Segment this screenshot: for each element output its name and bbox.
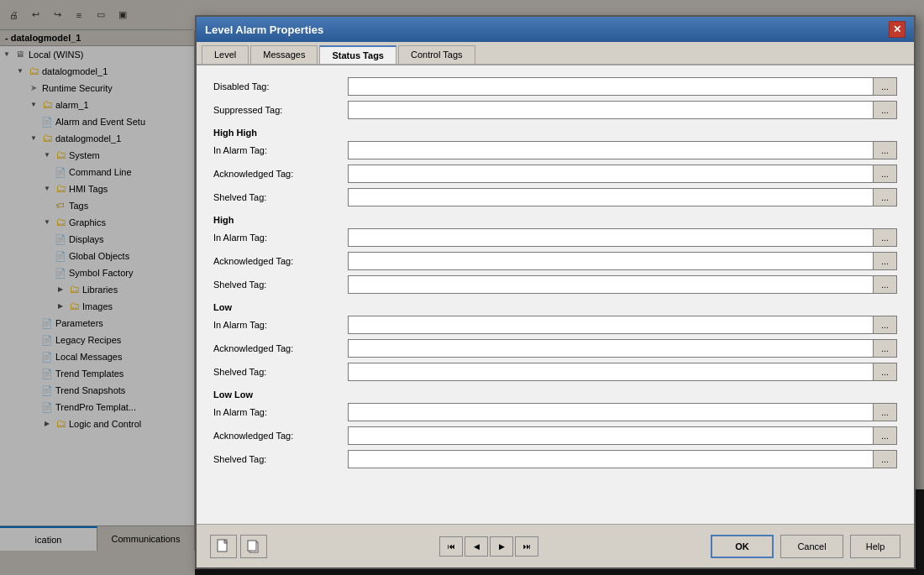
ll-ack-label: Acknowledged Tag: [213,431,348,441]
svg-rect-2 [248,541,256,551]
low-section: Low In Alarm Tag: ... Acknowledged Tag: … [213,302,897,381]
h-ack-label: Acknowledged Tag: [213,256,348,266]
footer-right: OK Cancel Help [711,535,900,558]
ll-in-alarm-row: In Alarm Tag: ... [213,403,897,421]
h-in-alarm-row: In Alarm Tag: ... [213,228,897,247]
hh-in-alarm-input[interactable] [348,141,874,159]
hh-ack-label: Acknowledged Tag: [213,169,348,179]
footer-left [210,535,267,558]
l-in-alarm-row: In Alarm Tag: ... [213,316,897,334]
hh-ack-row: Acknowledged Tag: ... [213,165,897,183]
ll-in-alarm-input[interactable] [348,403,874,421]
ll-shelved-input[interactable] [348,450,874,468]
ll-ack-input[interactable] [348,426,874,445]
l-in-alarm-label: In Alarm Tag: [213,320,348,330]
ll-in-alarm-browse[interactable]: ... [874,403,897,421]
disabled-tag-input[interactable] [348,77,874,96]
l-ack-label: Acknowledged Tag: [213,343,348,353]
l-shelved-row: Shelved Tag: ... [213,363,897,381]
ll-shelved-label: Shelved Tag: [213,454,348,464]
tab-control-tags-label: Control Tags [411,50,463,60]
high-high-header: High High [213,128,897,138]
ll-in-alarm-label: In Alarm Tag: [213,407,348,417]
hh-in-alarm-label: In Alarm Tag: [213,145,348,155]
h-shelved-row: Shelved Tag: ... [213,275,897,294]
high-header: High [213,215,897,225]
hh-shelved-row: Shelved Tag: ... [213,188,897,206]
low-low-header: Low Low [213,389,897,400]
tab-status-tags[interactable]: Status Tags [319,45,396,64]
nav-next-button[interactable]: ▶ [490,536,513,557]
cancel-button[interactable]: Cancel [780,535,843,558]
suppressed-tag-input[interactable] [348,101,874,119]
disabled-tag-row: Disabled Tag: ... [213,77,897,96]
hh-ack-input[interactable] [348,165,874,183]
low-low-section: Low Low In Alarm Tag: ... Acknowledged T… [213,389,897,468]
ll-shelved-row: Shelved Tag: ... [213,450,897,468]
low-header: Low [213,302,897,312]
disabled-tag-browse[interactable]: ... [874,77,897,96]
help-button[interactable]: Help [850,535,900,558]
dialog: Level Alarm Properties ✕ Level Messages … [195,15,916,569]
tab-level-label: Level [214,50,236,60]
hh-shelved-input[interactable] [348,188,874,206]
l-in-alarm-input[interactable] [348,316,874,334]
ll-ack-row: Acknowledged Tag: ... [213,426,897,445]
dialog-title: Level Alarm Properties [205,24,323,36]
l-in-alarm-browse[interactable]: ... [874,316,897,334]
dialog-content: Disabled Tag: ... Suppressed Tag: ... Hi… [197,65,914,515]
footer-nav: ⏮ ◀ ▶ ⏭ [439,536,538,557]
tab-status-tags-label: Status Tags [332,50,384,60]
h-in-alarm-browse[interactable]: ... [874,228,897,247]
ll-shelved-browse[interactable]: ... [874,450,897,468]
hh-in-alarm-browse[interactable]: ... [874,141,897,159]
h-in-alarm-input[interactable] [348,228,874,247]
hh-shelved-label: Shelved Tag: [213,192,348,202]
hh-ack-browse[interactable]: ... [874,165,897,183]
tab-level[interactable]: Level [202,45,249,64]
suppressed-tag-row: Suppressed Tag: ... [213,101,897,119]
l-ack-browse[interactable]: ... [874,339,897,358]
l-ack-input[interactable] [348,339,874,358]
copy-icon [246,539,261,554]
disabled-tag-label: Disabled Tag: [213,81,348,91]
h-shelved-label: Shelved Tag: [213,280,348,290]
l-ack-row: Acknowledged Tag: ... [213,339,897,358]
tab-bar: Level Messages Status Tags Control Tags [197,42,914,65]
tab-messages[interactable]: Messages [250,45,318,64]
high-section: High In Alarm Tag: ... Acknowledged Tag:… [213,215,897,294]
nav-last-button[interactable]: ⏭ [515,536,538,557]
h-ack-browse[interactable]: ... [874,252,897,270]
h-ack-input[interactable] [348,252,874,270]
h-in-alarm-label: In Alarm Tag: [213,233,348,243]
ll-ack-browse[interactable]: ... [874,426,897,445]
h-ack-row: Acknowledged Tag: ... [213,252,897,270]
nav-first-button[interactable]: ⏮ [439,536,463,557]
ok-button[interactable]: OK [711,535,774,558]
l-shelved-input[interactable] [348,363,874,381]
h-shelved-input[interactable] [348,275,874,294]
h-shelved-browse[interactable]: ... [874,275,897,294]
l-shelved-browse[interactable]: ... [874,363,897,381]
close-button[interactable]: ✕ [889,21,906,38]
l-shelved-label: Shelved Tag: [213,367,348,377]
hh-in-alarm-row: In Alarm Tag: ... [213,141,897,159]
suppressed-tag-label: Suppressed Tag: [213,105,348,115]
suppressed-tag-browse[interactable]: ... [874,101,897,119]
new-button[interactable] [210,535,237,558]
nav-prev-button[interactable]: ◀ [465,536,488,557]
hh-shelved-browse[interactable]: ... [874,188,897,206]
new-icon [216,539,231,554]
dialog-titlebar: Level Alarm Properties ✕ [197,17,914,42]
dialog-footer: ⏮ ◀ ▶ ⏭ OK Cancel Help [197,524,914,567]
tab-control-tags[interactable]: Control Tags [398,45,475,64]
high-high-section: High High In Alarm Tag: ... Acknowledged… [213,128,897,206]
copy-button[interactable] [240,535,267,558]
tab-messages-label: Messages [263,50,305,60]
